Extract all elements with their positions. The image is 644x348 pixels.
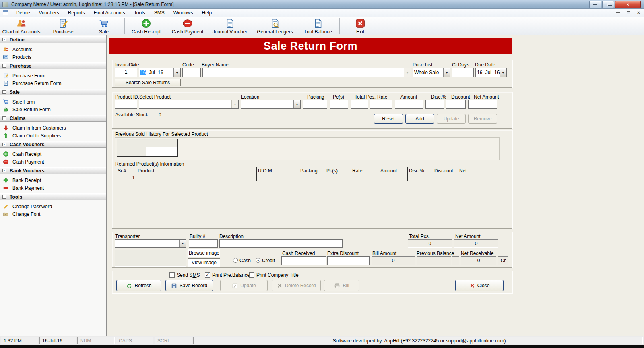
toolbar-chart-of-accounts[interactable]: Chart of Accounts — [0, 17, 43, 35]
menu-tools[interactable]: Tools — [130, 9, 150, 17]
menu-reports[interactable]: Reports — [64, 9, 89, 17]
sidebar-item-purchase-form[interactable]: Purchase Form — [0, 72, 106, 79]
send-sms-checkbox[interactable] — [169, 272, 175, 278]
collapse-icon[interactable]: - — [2, 116, 6, 120]
update-line-button[interactable]: Update — [437, 114, 466, 124]
browse-image-button[interactable]: Browse image — [188, 249, 220, 257]
sidebar-section-purchase[interactable]: - Purchase — [0, 62, 106, 69]
invoice-number-input[interactable]: 1 — [115, 68, 137, 77]
date-picker[interactable]: 16- Jul -16 ▼ — [139, 68, 181, 77]
previous-sold-history-grid[interactable] — [117, 139, 178, 157]
toolbar-journal-voucher[interactable]: Journal Voucher — [208, 17, 252, 35]
minimize-button[interactable] — [589, 1, 601, 8]
view-image-button[interactable]: View image — [188, 258, 220, 267]
select-product-combo[interactable]: ▼ — [139, 100, 239, 109]
chevron-down-icon[interactable]: ▼ — [404, 68, 411, 77]
collapse-icon[interactable]: - — [2, 90, 6, 94]
toolbar-cash-payment[interactable]: Cash Payment — [167, 17, 208, 35]
toolbar-trial-balance[interactable]: Trial Balance — [297, 17, 339, 35]
sidebar-item-claim-out[interactable]: Claim Out to Suppliers — [0, 132, 106, 139]
due-date-picker[interactable]: 16- Jul -16 ▼ — [475, 68, 507, 77]
description-input[interactable] — [219, 239, 343, 248]
menu-windows[interactable]: Windows — [169, 9, 198, 17]
menu-sms[interactable]: SMS — [150, 9, 169, 17]
transporter-combo[interactable]: ▼ — [115, 239, 186, 248]
print-pre-balance-checkbox[interactable]: ✓ — [205, 272, 210, 278]
mdi-minimize-icon[interactable] — [616, 12, 620, 13]
sidebar-section-tools[interactable]: - Tools — [0, 193, 106, 200]
credit-radio[interactable]: ● — [256, 258, 260, 263]
extra-discount-input[interactable] — [327, 256, 370, 265]
rate-input[interactable] — [370, 100, 392, 109]
chevron-down-icon[interactable]: ▼ — [293, 100, 300, 108]
sidebar-item-claim-in[interactable]: Claim In from Customers — [0, 124, 106, 132]
menu-define[interactable]: Define — [12, 9, 35, 17]
collapse-icon[interactable]: - — [2, 143, 6, 146]
toolbar-general-ledgers[interactable]: General Ledgers — [253, 17, 297, 35]
update-record-button[interactable]: Update — [220, 280, 268, 291]
search-sale-returns-button[interactable]: Search Sale Returns — [115, 79, 181, 86]
total-pcs-input[interactable] — [351, 100, 368, 109]
toolbar-sale[interactable]: Sale — [84, 17, 124, 35]
amount-input[interactable] — [395, 100, 423, 109]
mdi-restore-icon[interactable] — [627, 11, 630, 14]
sidebar-section-sale[interactable]: - Sale — [0, 89, 106, 95]
cash-radio[interactable] — [233, 258, 238, 263]
collapse-icon[interactable]: - — [2, 38, 6, 41]
print-company-title-checkbox[interactable] — [249, 272, 254, 278]
cr-days-input[interactable] — [452, 68, 474, 77]
menu-final-accounts[interactable]: Final Accounts — [89, 9, 130, 17]
add-button[interactable]: Add — [405, 114, 434, 124]
table-row[interactable]: 1 — [116, 174, 487, 181]
location-combo[interactable]: ▼ — [241, 100, 301, 109]
toolbar-purchase[interactable]: Purchase — [43, 17, 84, 35]
toolbar-cash-receipt[interactable]: Cash Receipt — [125, 17, 167, 35]
sidebar-item-purchase-return-form[interactable]: Purchase Return Form — [0, 79, 106, 87]
builty-input[interactable] — [189, 239, 218, 248]
menu-help[interactable]: Help — [198, 9, 217, 17]
collapse-icon[interactable]: - — [2, 64, 6, 68]
pcs-input[interactable] — [330, 100, 348, 109]
sidebar-item-products[interactable]: Products — [0, 53, 106, 61]
sidebar-item-accounts[interactable]: Accounts — [0, 46, 106, 53]
packing-input[interactable] — [303, 100, 327, 109]
sidebar-item-cash-payment[interactable]: Cash Payment — [0, 158, 106, 166]
chevron-down-icon[interactable]: ▼ — [179, 240, 186, 247]
toolbar-exit[interactable]: Exit — [340, 17, 380, 35]
sidebar-item-change-font[interactable]: A Change Font — [0, 210, 106, 218]
sidebar-item-bank-payment[interactable]: Bank Payment — [0, 184, 106, 192]
net-amount-input[interactable] — [468, 100, 497, 109]
delete-record-button[interactable]: Delete Record — [272, 280, 321, 291]
chevron-down-icon[interactable]: ▼ — [500, 68, 506, 77]
save-record-button[interactable]: Save Record — [165, 280, 213, 291]
close-form-button[interactable]: Close — [455, 280, 504, 291]
cash-received-input[interactable] — [281, 256, 326, 265]
collapse-icon[interactable]: - — [2, 169, 6, 172]
reset-button[interactable]: Reset — [374, 114, 403, 124]
product-id-input[interactable] — [115, 100, 137, 109]
code-input[interactable] — [182, 68, 201, 77]
sidebar-section-cash-vouchers[interactable]: - Cash Vouchers — [0, 141, 106, 148]
chevron-down-icon[interactable]: ▼ — [231, 100, 238, 108]
returned-products-table[interactable]: Sr.# Product U.O.M Packing Pc(s) Rate Am… — [116, 167, 487, 181]
mdi-close-icon[interactable]: × — [637, 10, 640, 16]
chevron-down-icon[interactable]: ▼ — [443, 68, 450, 77]
sidebar-item-sale-return-form[interactable]: Sale Return Form — [0, 106, 106, 113]
sidebar-item-bank-receipt[interactable]: Bank Receipt — [0, 176, 106, 184]
sidebar-section-define[interactable]: - Define — [0, 36, 106, 43]
sidebar-item-cash-receipt[interactable]: Cash Receipt — [0, 150, 106, 158]
bill-button[interactable]: Bill — [324, 280, 359, 291]
menu-vouchers[interactable]: Vouchers — [35, 9, 64, 17]
collapse-icon[interactable]: - — [2, 195, 6, 199]
sidebar-section-bank-vouchers[interactable]: - Bank Vouchers — [0, 167, 106, 174]
sidebar-section-claims[interactable]: - Claims — [0, 115, 106, 122]
sidebar-item-change-password[interactable]: Change Password — [0, 203, 106, 210]
restore-button[interactable] — [602, 1, 614, 8]
refresh-button[interactable]: Refresh — [116, 280, 161, 291]
remove-line-button[interactable]: Remove — [468, 114, 497, 124]
chevron-down-icon[interactable]: ▼ — [173, 68, 180, 77]
mdi-child-icon[interactable] — [3, 10, 8, 15]
disc-percent-input[interactable] — [425, 100, 444, 109]
buyer-name-combo[interactable]: ▼ — [202, 68, 411, 77]
close-button[interactable]: × — [615, 1, 641, 8]
